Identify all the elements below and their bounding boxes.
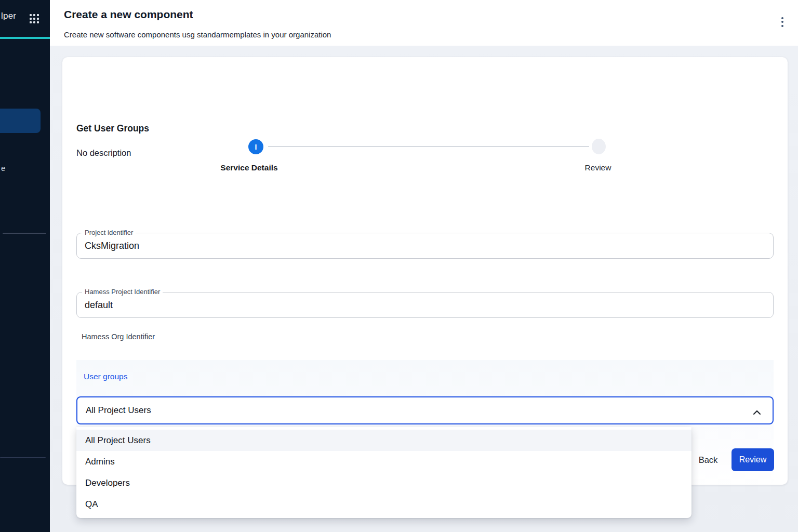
dropdown-option-developers[interactable]: Developers [76, 472, 691, 494]
card-title: Get User Groups [76, 123, 149, 134]
kebab-menu-icon[interactable] [777, 15, 788, 29]
apps-grid-icon-svg [30, 14, 39, 23]
sidebar-divider [3, 233, 46, 234]
step-label-review: Review [572, 163, 624, 172]
sidebar: lper e [0, 0, 50, 532]
dropdown-option-all-project-users[interactable]: All Project Users [76, 430, 691, 451]
dropdown-option-admins[interactable]: Admins [76, 451, 691, 472]
user-groups-dropdown-menu: All Project Users Admins Developers QA [76, 427, 691, 518]
component-form-card: Get User Groups No description I Service… [62, 57, 788, 485]
step-indicator-review[interactable] [592, 139, 606, 154]
project-identifier-input[interactable] [85, 233, 760, 258]
user-groups-select[interactable]: All Project Users [76, 396, 774, 424]
review-button[interactable]: Review [732, 448, 774, 471]
page-title: Create a new component [64, 8, 193, 21]
sidebar-item-label-fragment: e [1, 164, 5, 172]
dropdown-option-qa[interactable]: QA [76, 494, 691, 515]
project-identifier-field: Project identifier [76, 233, 774, 259]
page-subtitle: Create new software components usg stand… [64, 30, 331, 39]
apps-grid-icon[interactable] [30, 14, 39, 23]
sidebar-accent-bar [0, 37, 50, 39]
app-name-fragment: lper [1, 11, 16, 21]
harness-project-identifier-input[interactable] [85, 292, 760, 317]
sidebar-divider [0, 457, 46, 458]
user-groups-label[interactable]: User groups [84, 372, 127, 381]
step-indicator-service-details[interactable]: I [248, 139, 263, 154]
step-label-service-details: Service Details [211, 163, 287, 172]
harness-project-identifier-field: Hamess Project Identifier [76, 292, 774, 318]
back-button[interactable]: Back [692, 448, 724, 471]
app-window: lper e Create a new component Create new… [0, 0, 798, 532]
harness-org-identifier-label: Hamess Org Identifier [82, 332, 155, 341]
user-groups-select-value: All Project Users [86, 405, 151, 416]
page-header: Create a new component Create new softwa… [50, 0, 798, 46]
chevron-up-icon [753, 408, 761, 413]
card-description: No description [76, 148, 131, 158]
sidebar-item-selected[interactable] [0, 109, 41, 133]
stepper-connector-line [268, 146, 589, 147]
